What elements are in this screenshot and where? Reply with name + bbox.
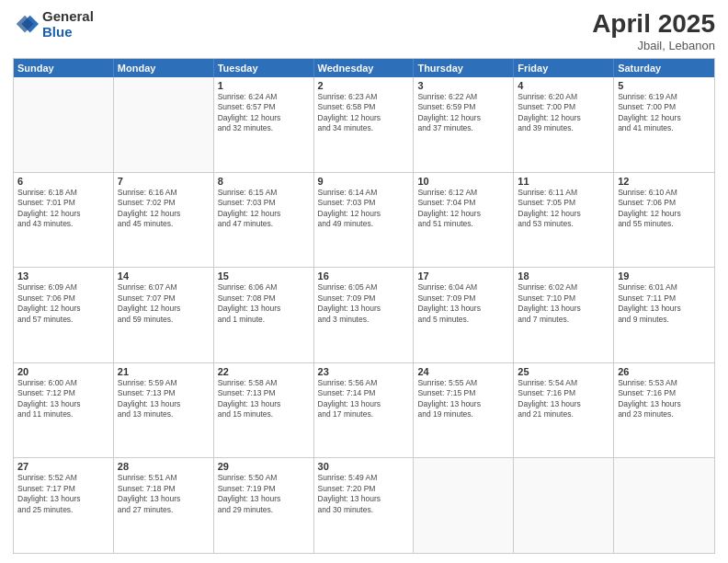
day-number: 26	[618, 366, 711, 377]
day-number: 15	[218, 270, 310, 282]
day-number: 14	[118, 270, 210, 282]
day-number: 23	[318, 366, 410, 377]
day-number: 16	[318, 270, 410, 282]
logo-general: General	[42, 9, 94, 25]
cell-info: Sunrise: 6:15 AMSunset: 7:03 PMDaylight:…	[218, 188, 310, 230]
cal-header-cell: Friday	[514, 59, 614, 77]
cell-info: Sunrise: 5:56 AMSunset: 7:14 PMDaylight:…	[318, 378, 410, 420]
day-number: 25	[518, 366, 609, 377]
calendar-cell	[414, 458, 514, 553]
cal-header-cell: Wednesday	[314, 59, 415, 77]
location-title: Jbail, Lebanon	[592, 39, 715, 52]
calendar-cell: 11Sunrise: 6:11 AMSunset: 7:05 PMDayligh…	[514, 173, 614, 268]
calendar-cell	[614, 458, 714, 553]
calendar-week: 6Sunrise: 6:18 AMSunset: 7:01 PMDaylight…	[14, 173, 714, 269]
calendar-week: 13Sunrise: 6:09 AMSunset: 7:06 PMDayligh…	[14, 268, 714, 363]
calendar-cell: 22Sunrise: 5:58 AMSunset: 7:13 PMDayligh…	[214, 363, 314, 458]
cell-info: Sunrise: 6:07 AMSunset: 7:07 PMDaylight:…	[118, 282, 210, 325]
day-number: 3	[417, 80, 509, 91]
cell-info: Sunrise: 5:53 AMSunset: 7:16 PMDaylight:…	[618, 378, 711, 420]
calendar-cell: 16Sunrise: 6:05 AMSunset: 7:09 PMDayligh…	[314, 268, 415, 362]
calendar-cell: 8Sunrise: 6:15 AMSunset: 7:03 PMDaylight…	[214, 173, 314, 268]
day-number: 4	[518, 80, 609, 91]
calendar-header-row: SundayMondayTuesdayWednesdayThursdayFrid…	[14, 59, 714, 77]
logo-text: General Blue	[42, 9, 94, 40]
day-number: 5	[618, 80, 711, 91]
cell-info: Sunrise: 6:01 AMSunset: 7:11 PMDaylight:…	[618, 282, 711, 325]
day-number: 29	[218, 461, 310, 472]
calendar-cell	[514, 458, 614, 553]
calendar-cell: 15Sunrise: 6:06 AMSunset: 7:08 PMDayligh…	[214, 268, 314, 362]
calendar-week: 20Sunrise: 6:00 AMSunset: 7:12 PMDayligh…	[14, 363, 714, 459]
day-number: 30	[318, 461, 410, 472]
calendar-cell: 26Sunrise: 5:53 AMSunset: 7:16 PMDayligh…	[614, 363, 714, 458]
calendar-cell: 27Sunrise: 5:52 AMSunset: 7:17 PMDayligh…	[14, 458, 114, 553]
cell-info: Sunrise: 6:23 AMSunset: 6:58 PMDaylight:…	[318, 92, 410, 134]
cell-info: Sunrise: 5:51 AMSunset: 7:18 PMDaylight:…	[118, 473, 210, 515]
calendar-cell: 20Sunrise: 6:00 AMSunset: 7:12 PMDayligh…	[14, 363, 114, 458]
day-number: 11	[518, 176, 609, 187]
calendar-cell: 18Sunrise: 6:02 AMSunset: 7:10 PMDayligh…	[514, 268, 614, 362]
day-number: 7	[118, 176, 210, 187]
day-number: 10	[417, 176, 509, 187]
calendar-cell: 14Sunrise: 6:07 AMSunset: 7:07 PMDayligh…	[114, 268, 214, 362]
calendar-cell: 21Sunrise: 5:59 AMSunset: 7:13 PMDayligh…	[114, 363, 214, 458]
day-number: 27	[17, 461, 109, 472]
day-number: 2	[318, 80, 410, 91]
cell-info: Sunrise: 6:22 AMSunset: 6:59 PMDaylight:…	[417, 92, 509, 134]
cell-info: Sunrise: 6:12 AMSunset: 7:04 PMDaylight:…	[417, 188, 509, 230]
calendar-cell: 28Sunrise: 5:51 AMSunset: 7:18 PMDayligh…	[114, 458, 214, 553]
cell-info: Sunrise: 6:18 AMSunset: 7:01 PMDaylight:…	[17, 188, 109, 230]
calendar-cell: 23Sunrise: 5:56 AMSunset: 7:14 PMDayligh…	[314, 363, 415, 458]
calendar-cell: 3Sunrise: 6:22 AMSunset: 6:59 PMDaylight…	[414, 77, 514, 172]
cell-info: Sunrise: 5:58 AMSunset: 7:13 PMDaylight:…	[218, 378, 310, 420]
calendar-cell: 5Sunrise: 6:19 AMSunset: 7:00 PMDaylight…	[614, 77, 714, 172]
calendar-body: 1Sunrise: 6:24 AMSunset: 6:57 PMDaylight…	[14, 77, 714, 553]
calendar-cell: 7Sunrise: 6:16 AMSunset: 7:02 PMDaylight…	[114, 173, 214, 268]
calendar-cell: 1Sunrise: 6:24 AMSunset: 6:57 PMDaylight…	[214, 77, 314, 172]
day-number: 18	[518, 270, 609, 282]
page: General Blue April 2025 Jbail, Lebanon S…	[0, 0, 728, 563]
calendar-week: 1Sunrise: 6:24 AMSunset: 6:57 PMDaylight…	[14, 77, 714, 173]
month-year-title: April 2025	[592, 9, 715, 39]
calendar: SundayMondayTuesdayWednesdayThursdayFrid…	[13, 58, 715, 554]
cell-info: Sunrise: 6:00 AMSunset: 7:12 PMDaylight:…	[17, 378, 109, 420]
cell-info: Sunrise: 6:24 AMSunset: 6:57 PMDaylight:…	[218, 92, 310, 134]
day-number: 13	[17, 270, 109, 282]
cell-info: Sunrise: 6:16 AMSunset: 7:02 PMDaylight:…	[118, 188, 210, 230]
header: General Blue April 2025 Jbail, Lebanon	[13, 9, 715, 52]
day-number: 19	[618, 270, 711, 282]
cell-info: Sunrise: 5:54 AMSunset: 7:16 PMDaylight:…	[518, 378, 609, 420]
calendar-cell: 9Sunrise: 6:14 AMSunset: 7:03 PMDaylight…	[314, 173, 415, 268]
cell-info: Sunrise: 6:11 AMSunset: 7:05 PMDaylight:…	[518, 188, 609, 230]
cell-info: Sunrise: 6:04 AMSunset: 7:09 PMDaylight:…	[417, 282, 509, 325]
day-number: 12	[618, 176, 711, 187]
day-number: 9	[318, 176, 410, 187]
logo-blue: Blue	[42, 25, 94, 40]
cell-info: Sunrise: 6:20 AMSunset: 7:00 PMDaylight:…	[518, 92, 609, 134]
cal-header-cell: Monday	[114, 59, 214, 77]
calendar-cell: 25Sunrise: 5:54 AMSunset: 7:16 PMDayligh…	[514, 363, 614, 458]
cell-info: Sunrise: 6:09 AMSunset: 7:06 PMDaylight:…	[17, 282, 109, 325]
day-number: 6	[17, 176, 109, 187]
cell-info: Sunrise: 5:52 AMSunset: 7:17 PMDaylight:…	[17, 473, 109, 515]
cell-info: Sunrise: 6:10 AMSunset: 7:06 PMDaylight:…	[618, 188, 711, 230]
logo: General Blue	[13, 9, 94, 40]
day-number: 17	[417, 270, 509, 282]
cell-info: Sunrise: 6:19 AMSunset: 7:00 PMDaylight:…	[618, 92, 711, 134]
calendar-cell: 24Sunrise: 5:55 AMSunset: 7:15 PMDayligh…	[414, 363, 514, 458]
calendar-cell	[114, 77, 214, 172]
cell-info: Sunrise: 6:06 AMSunset: 7:08 PMDaylight:…	[218, 282, 310, 325]
calendar-cell: 10Sunrise: 6:12 AMSunset: 7:04 PMDayligh…	[414, 173, 514, 268]
day-number: 28	[118, 461, 210, 472]
cell-info: Sunrise: 6:02 AMSunset: 7:10 PMDaylight:…	[518, 282, 609, 325]
calendar-cell: 30Sunrise: 5:49 AMSunset: 7:20 PMDayligh…	[314, 458, 415, 553]
logo-icon	[13, 12, 39, 38]
calendar-cell: 17Sunrise: 6:04 AMSunset: 7:09 PMDayligh…	[414, 268, 514, 362]
calendar-cell: 19Sunrise: 6:01 AMSunset: 7:11 PMDayligh…	[614, 268, 714, 362]
title-block: April 2025 Jbail, Lebanon	[592, 9, 715, 52]
calendar-cell: 29Sunrise: 5:50 AMSunset: 7:19 PMDayligh…	[214, 458, 314, 553]
calendar-week: 27Sunrise: 5:52 AMSunset: 7:17 PMDayligh…	[14, 458, 714, 553]
cell-info: Sunrise: 5:49 AMSunset: 7:20 PMDaylight:…	[318, 473, 410, 515]
cell-info: Sunrise: 5:59 AMSunset: 7:13 PMDaylight:…	[118, 378, 210, 420]
